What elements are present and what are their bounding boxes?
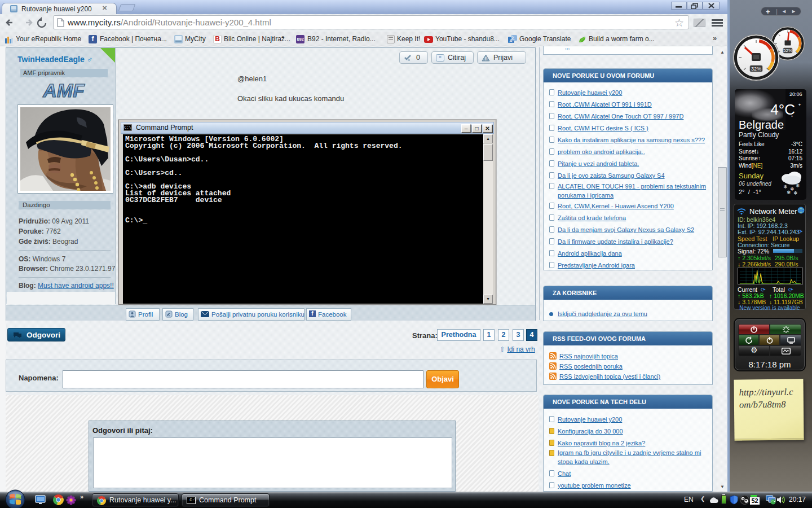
svg-text:”: ”: [439, 55, 442, 61]
svg-text:!: !: [485, 56, 487, 62]
svg-text:32%: 32%: [751, 66, 761, 72]
svg-text:52%: 52%: [783, 48, 792, 53]
svg-text:❄: ❄: [783, 184, 788, 190]
svg-text:❄: ❄: [787, 190, 791, 195]
svg-text:AMF: AMF: [42, 80, 85, 101]
svg-text:❄: ❄: [793, 190, 798, 195]
svg-text:A: A: [509, 38, 513, 43]
svg-text:❄: ❄: [796, 183, 800, 189]
